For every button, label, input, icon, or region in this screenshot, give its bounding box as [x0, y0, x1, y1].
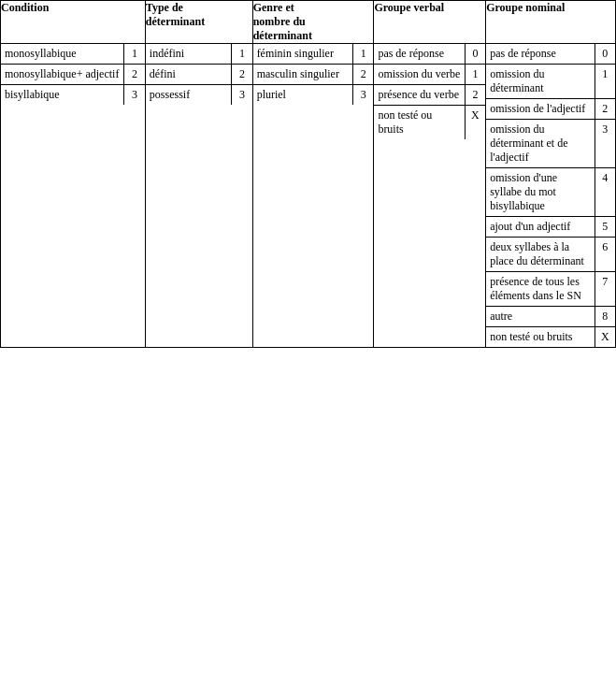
genre-header-label2: et [285, 1, 294, 14]
row-label: masculin singulier [253, 65, 353, 85]
row-label: non testé ou bruits [486, 327, 595, 348]
row-number: X [595, 327, 615, 348]
row-label: autre [486, 307, 595, 327]
genre-header-label3: nombre [253, 15, 291, 28]
row-number: 5 [595, 217, 615, 238]
row-number: 0 [595, 44, 615, 65]
row-number: 1 [352, 44, 373, 65]
groupe-verbal-header-label: Groupe verbal [374, 1, 444, 14]
groupe-nominal-header-label: Groupe nominal [486, 1, 565, 14]
row-number: 4 [595, 168, 615, 217]
row-label: monosyllabique+ adjectif [1, 65, 124, 85]
table-row: indéfini1 [146, 44, 252, 65]
table-row: omission de l'adjectif2 [486, 99, 615, 120]
row-number: 2 [352, 65, 373, 85]
table-row: autre8 [486, 307, 615, 327]
row-label: possessif [146, 85, 232, 106]
table-row: monosyllabique1 [1, 44, 145, 65]
table-row: monosyllabique+ adjectif2 [1, 65, 145, 85]
table-row: bisyllabique3 [1, 85, 145, 106]
row-label: omission du déterminant [486, 65, 595, 99]
table-row: omission d'une syllabe du mot bisyllabiq… [486, 168, 615, 217]
row-label: omission du déterminant et de l'adjectif [486, 120, 595, 168]
table-row: possessif3 [146, 85, 252, 106]
row-label: présence de tous les éléments dans le SN [486, 272, 595, 307]
genre-body: féminin singulier1masculin singulier2plu… [252, 44, 374, 348]
table-row: présence du verbe2 [374, 85, 485, 106]
row-label: pluriel [253, 85, 353, 106]
table-row: pas de réponse0 [374, 44, 485, 65]
row-label: pas de réponse [486, 44, 595, 65]
type-inner-table: indéfini1défini2possessif3 [146, 44, 252, 105]
row-number: 2 [465, 85, 485, 106]
row-label: défini [146, 65, 232, 85]
table-row: omission du déterminant et de l'adjectif… [486, 120, 615, 168]
row-number: 2 [232, 65, 252, 85]
genre-header-label5: déterminant [253, 29, 312, 42]
table-row: deux syllabes à la place du déterminant6 [486, 238, 615, 272]
row-label: deux syllabes à la place du déterminant [486, 238, 595, 272]
row-label: indéfini [146, 44, 232, 65]
row-number: 1 [465, 65, 485, 85]
genre-header: Genre et nombre du déterminant [252, 1, 374, 44]
row-number: 7 [595, 272, 615, 307]
row-number: 3 [232, 85, 252, 106]
row-number: 1 [595, 65, 615, 99]
row-label: ajout d'un adjectif [486, 217, 595, 238]
condition-inner-table: monosyllabique1monosyllabique+ adjectif2… [1, 44, 145, 105]
row-label: féminin singulier [253, 44, 353, 65]
table-row: pluriel3 [253, 85, 374, 106]
row-number: 1 [124, 44, 145, 65]
table-row: masculin singulier2 [253, 65, 374, 85]
condition-body: monosyllabique1monosyllabique+ adjectif2… [1, 44, 146, 348]
genre-header-label4: du [293, 15, 305, 28]
row-number: 2 [124, 65, 145, 85]
groupe-nominal-inner-table: pas de réponse0omission du déterminant1o… [486, 44, 615, 347]
type-header-label1: Type [146, 1, 169, 14]
row-label: omission d'une syllabe du mot bisyllabiq… [486, 168, 595, 217]
genre-inner-table: féminin singulier1masculin singulier2plu… [253, 44, 374, 105]
row-label: non testé ou bruits [374, 106, 465, 140]
row-number: 0 [465, 44, 485, 65]
type-body: indéfini1défini2possessif3 [145, 44, 252, 348]
groupe-nominal-header: Groupe nominal [486, 1, 616, 44]
table-row: présence de tous les éléments dans le SN… [486, 272, 615, 307]
row-label: présence du verbe [374, 85, 465, 106]
groupe-verbal-inner-table: pas de réponse0omission du verbe1présenc… [374, 44, 485, 139]
row-label: bisyllabique [1, 85, 124, 106]
table-row: omission du déterminant1 [486, 65, 615, 99]
table-row: défini2 [146, 65, 252, 85]
row-number: 3 [595, 120, 615, 168]
row-label: omission de l'adjectif [486, 99, 595, 120]
table-row: ajout d'un adjectif5 [486, 217, 615, 238]
condition-header-label: Condition [1, 1, 49, 14]
groupe-verbal-header: Groupe verbal [374, 1, 486, 44]
row-number: X [465, 106, 485, 140]
table-row: non testé ou bruitsX [374, 106, 485, 140]
type-header-label2: de [172, 1, 183, 14]
main-table: Condition Type de déterminant Genre et n… [0, 0, 616, 348]
table-row: omission du verbe1 [374, 65, 485, 85]
genre-header-label1: Genre [253, 1, 283, 14]
row-number: 1 [232, 44, 252, 65]
groupe-nominal-body: pas de réponse0omission du déterminant1o… [486, 44, 616, 348]
condition-header: Condition [1, 1, 146, 44]
type-header: Type de déterminant [145, 1, 252, 44]
table-row: féminin singulier1 [253, 44, 374, 65]
row-number: 2 [595, 99, 615, 120]
row-label: omission du verbe [374, 65, 465, 85]
row-number: 8 [595, 307, 615, 327]
type-header-label3: déterminant [146, 15, 205, 28]
row-number: 6 [595, 238, 615, 272]
table-row: pas de réponse0 [486, 44, 615, 65]
row-number: 3 [124, 85, 145, 106]
row-number: 3 [352, 85, 373, 106]
table-row: non testé ou bruitsX [486, 327, 615, 348]
row-label: monosyllabique [1, 44, 124, 65]
groupe-verbal-body: pas de réponse0omission du verbe1présenc… [374, 44, 486, 348]
row-label: pas de réponse [374, 44, 465, 65]
